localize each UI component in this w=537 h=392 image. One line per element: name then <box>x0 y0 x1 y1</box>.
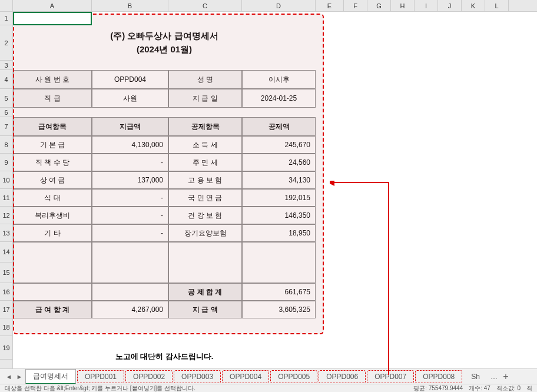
row-header-15[interactable]: 15 <box>0 263 12 283</box>
row-headers: 1 2 3 4 5 6 7 8 9 10 11 12 13 14 15 16 1… <box>0 12 13 368</box>
status-avg: 평균: 755479.9444 <box>413 384 463 393</box>
emp-no-label: 사 원 번 호 <box>13 70 92 89</box>
selected-cell[interactable] <box>13 12 92 25</box>
ded-amount-2[interactable]: 34,130 <box>242 171 316 189</box>
pay-amount-3[interactable]: - <box>92 189 168 207</box>
ded-item-1[interactable]: 주 민 세 <box>168 154 242 171</box>
sheet-tab-3[interactable]: OPPD004 <box>222 370 269 383</box>
row-header-19[interactable]: 19 <box>0 336 12 360</box>
sheet-tab-6[interactable]: OPPD007 <box>367 370 414 383</box>
sheet-tab-7[interactable]: OPPD008 <box>415 370 462 383</box>
row-header-12[interactable]: 12 <box>0 207 12 224</box>
ded-item-3[interactable]: 국 민 연 금 <box>168 189 242 207</box>
net-label: 지 급 액 <box>168 301 242 318</box>
col-header-A[interactable]: A <box>13 0 92 11</box>
date-label: 지 급 일 <box>168 89 242 108</box>
row-header-14[interactable]: 14 <box>0 242 12 263</box>
ded-amount-3[interactable]: 192,015 <box>242 189 316 207</box>
row-header-9[interactable]: 9 <box>0 154 12 171</box>
ded-amount-1[interactable]: 24,560 <box>242 154 316 171</box>
pay-item-4[interactable]: 복리후생비 <box>13 207 92 224</box>
row-header-8[interactable]: 8 <box>0 136 12 154</box>
ded-total-label: 공 제 합 계 <box>168 283 242 301</box>
tab-nav-next[interactable]: ► <box>14 371 25 382</box>
payslip-title: (주) 오빠두상사 급여명세서 <box>110 31 218 42</box>
status-count: 개수: 47 <box>469 384 490 393</box>
row-header-1[interactable]: 1 <box>0 12 12 25</box>
header-pay-item: 급여항목 <box>13 117 92 136</box>
col-header-G[interactable]: G <box>367 0 391 11</box>
col-header-L[interactable]: L <box>485 0 509 11</box>
sheet-tabs-bar: ◄ ► 급여명세서 OPPD001 OPPD002 OPPD003 OPPD00… <box>0 368 537 384</box>
row-header-7[interactable]: 7 <box>0 117 12 136</box>
spreadsheet-grid[interactable]: (주) 오빠두상사 급여명세서 (2024년 01월) 사 원 번 호 OPPD… <box>13 12 537 368</box>
tab-ellipsis[interactable]: … <box>488 373 500 381</box>
grade-value[interactable]: 사원 <box>92 89 168 108</box>
sheet-tab-more[interactable]: Sh <box>463 370 488 383</box>
pay-item-2[interactable]: 상 여 금 <box>13 171 92 189</box>
sheet-tab-main[interactable]: 급여명세서 <box>25 369 76 384</box>
row-header-13[interactable]: 13 <box>0 224 12 242</box>
footer-message: 노고에 대단히 감사드립니다. <box>13 336 316 360</box>
add-sheet-button[interactable]: + <box>500 371 512 382</box>
col-header-K[interactable]: K <box>462 0 485 11</box>
row-header-6[interactable]: 6 <box>0 108 12 117</box>
col-header-C[interactable]: C <box>168 0 242 11</box>
sheet-tab-2[interactable]: OPPD003 <box>174 370 221 383</box>
pay-amount-2[interactable]: 137,000 <box>92 171 168 189</box>
row-header-3[interactable]: 3 <box>0 61 12 70</box>
ded-item-4[interactable]: 건 강 보 험 <box>168 207 242 224</box>
pay-amount-1[interactable]: - <box>92 154 168 171</box>
row-header-16[interactable]: 16 <box>0 283 12 301</box>
ded-amount-5[interactable]: 18,950 <box>242 224 316 242</box>
pay-item-1[interactable]: 직 책 수 당 <box>13 154 92 171</box>
header-pay-amount: 지급액 <box>92 117 168 136</box>
pay-item-5[interactable]: 기 타 <box>13 224 92 242</box>
row-header-17[interactable]: 17 <box>0 301 12 318</box>
pay-amount-4[interactable]: - <box>92 207 168 224</box>
header-ded-amount: 공제액 <box>242 117 316 136</box>
pay-item-3[interactable]: 식 대 <box>13 189 92 207</box>
name-label: 성 명 <box>168 70 242 89</box>
tab-nav-prev[interactable]: ◄ <box>4 371 14 382</box>
col-header-B[interactable]: B <box>92 0 168 11</box>
status-min: 최소값: 0 <box>496 384 521 393</box>
col-header-D[interactable]: D <box>242 0 316 11</box>
row-header-4[interactable]: 4 <box>0 70 12 89</box>
ded-amount-4[interactable]: 146,350 <box>242 207 316 224</box>
col-header-H[interactable]: H <box>391 0 415 11</box>
ded-item-2[interactable]: 고 용 보 험 <box>168 171 242 189</box>
pay-total-value[interactable]: 4,267,000 <box>92 301 168 318</box>
row-header-2[interactable]: 2 <box>0 25 12 61</box>
row-header-10[interactable]: 10 <box>0 171 12 189</box>
annotation-arrow <box>330 181 400 387</box>
select-all-corner[interactable] <box>0 0 13 11</box>
status-bar: 대상을 선택한 다음 &lt;Enter&gt; 키를 누르거나 [붙여넣기]를… <box>0 384 537 392</box>
date-value[interactable]: 2024-01-25 <box>242 89 316 108</box>
pay-amount-5[interactable]: - <box>92 224 168 242</box>
col-header-E[interactable]: E <box>316 0 344 11</box>
row-header-5[interactable]: 5 <box>0 89 12 108</box>
pay-amount-0[interactable]: 4,130,000 <box>92 136 168 154</box>
sheet-tab-5[interactable]: OPPD006 <box>319 370 366 383</box>
emp-no-value[interactable]: OPPD004 <box>92 70 168 89</box>
sheet-tab-4[interactable]: OPPD005 <box>270 370 317 383</box>
payslip-period: (2024년 01월) <box>137 44 192 55</box>
ded-amount-0[interactable]: 245,670 <box>242 136 316 154</box>
payslip-table: (주) 오빠두상사 급여명세서 (2024년 01월) 사 원 번 호 OPPD… <box>13 12 316 360</box>
ded-item-0[interactable]: 소 득 세 <box>168 136 242 154</box>
pay-item-0[interactable]: 기 본 급 <box>13 136 92 154</box>
row-header-11[interactable]: 11 <box>0 189 12 207</box>
ded-total-value[interactable]: 661,675 <box>242 283 316 301</box>
sheet-tab-0[interactable]: OPPD001 <box>77 370 124 383</box>
grade-label: 직 급 <box>13 89 92 108</box>
row-header-18[interactable]: 18 <box>0 318 12 336</box>
name-value[interactable]: 이시후 <box>242 70 316 89</box>
col-header-J[interactable]: J <box>438 0 462 11</box>
sheet-tab-1[interactable]: OPPD002 <box>125 370 173 383</box>
ded-item-5[interactable]: 장기요양보험 <box>168 224 242 242</box>
net-value[interactable]: 3,605,325 <box>242 301 316 318</box>
pay-total-label: 급 여 합 계 <box>13 301 92 318</box>
col-header-F[interactable]: F <box>344 0 367 11</box>
col-header-I[interactable]: I <box>415 0 438 11</box>
